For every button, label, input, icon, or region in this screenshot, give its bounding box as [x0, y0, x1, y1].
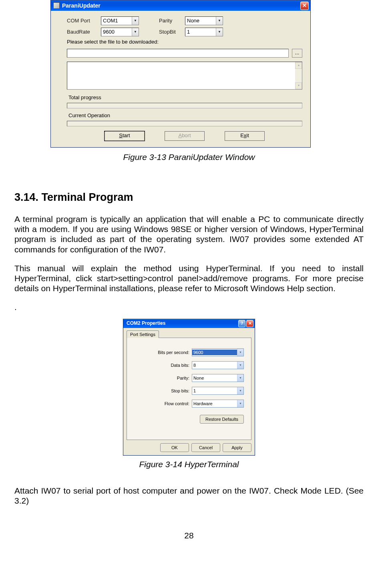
databits-label: Data bits: [171, 362, 189, 368]
exit-button[interactable]: Exit [225, 131, 265, 141]
ok-button[interactable]: OK [160, 443, 189, 452]
current-op-label: Current Operation [68, 112, 302, 119]
databits-select[interactable]: 8 ▼ [192, 361, 244, 369]
scrollbar[interactable]: ▴ ▾ [295, 62, 302, 89]
comport-select[interactable]: COM1 ▼ [101, 16, 139, 25]
section-heading: 3.14. Terminal Program [14, 190, 364, 204]
com2-properties-window: COM2 Properties ? ✕ Port Settings Bits p… [123, 319, 255, 456]
chevron-down-icon[interactable]: ▼ [237, 387, 243, 394]
chevron-down-icon[interactable]: ▼ [237, 362, 243, 369]
stopbits-select[interactable]: 1 ▼ [192, 387, 244, 395]
parity-select-2[interactable]: None ▼ [192, 374, 244, 382]
app-icon [53, 2, 60, 9]
para-2: This manual will explain the method usin… [14, 263, 364, 294]
close-icon[interactable]: ✕ [246, 320, 253, 327]
file-path-input[interactable] [67, 49, 289, 58]
para-1: A terminal program is typically an appli… [14, 214, 364, 254]
com-title: COM2 Properties [127, 320, 165, 327]
apply-button[interactable]: Apply [223, 443, 251, 452]
chevron-down-icon[interactable]: ▼ [237, 400, 243, 407]
chevron-down-icon[interactable]: ▼ [237, 374, 243, 382]
chevron-down-icon[interactable]: ▼ [132, 17, 139, 25]
chevron-down-icon[interactable]: ▼ [237, 349, 243, 356]
browse-button[interactable]: ... [292, 49, 302, 58]
start-button[interactable]: Start [105, 131, 145, 141]
stopbit-label: StopBit [159, 29, 181, 36]
flow-label: Flow control: [165, 401, 189, 406]
parani-updater-window: ParaniUpdater ✕ COM Port COM1 ▼ Parity N… [50, 0, 311, 148]
baudrate-select[interactable]: 9600 ▼ [101, 28, 139, 36]
close-icon[interactable]: ✕ [300, 2, 309, 10]
com-titlebar: COM2 Properties ? ✕ [123, 319, 255, 328]
log-textarea[interactable]: ▴ ▾ [67, 62, 302, 90]
stopbits-label: Stop bits: [171, 388, 189, 394]
chevron-down-icon[interactable]: ▼ [216, 28, 223, 36]
restore-defaults-button[interactable]: Restore Defaults [200, 415, 244, 424]
scroll-up-icon[interactable]: ▴ [295, 62, 302, 69]
window-title: ParaniUpdater [62, 2, 101, 9]
baudrate-label: BaudRate [67, 29, 97, 36]
bps-label: Bits per second: [158, 350, 189, 355]
orphan-dot: . [14, 302, 364, 312]
stopbit-select[interactable]: 1 ▼ [185, 28, 223, 36]
figure-caption-2: Figure 3-14 HyperTerminal [14, 459, 364, 470]
bottom-para: Attach IW07 to serial port of host compu… [14, 486, 364, 506]
parity-label: Parity [159, 18, 181, 24]
titlebar: ParaniUpdater ✕ [51, 0, 310, 11]
scroll-down-icon[interactable]: ▾ [295, 82, 302, 89]
file-prompt: Please select the file to be downloaded: [67, 39, 302, 46]
current-op-bar [67, 121, 302, 126]
tab-panel: Bits per second: 9600 ▼ Data bits: 8 ▼ P… [127, 338, 251, 440]
chevron-down-icon[interactable]: ▼ [216, 17, 223, 25]
page-number: 28 [14, 530, 364, 541]
parity-label-2: Parity: [177, 375, 189, 381]
bps-select[interactable]: 9600 ▼ [192, 348, 244, 356]
total-progress-bar [67, 103, 302, 108]
comport-label: COM Port [67, 18, 97, 24]
tab-port-settings[interactable]: Port Settings [127, 330, 159, 338]
help-icon[interactable]: ? [238, 320, 245, 327]
total-progress-label: Total progress [68, 94, 302, 101]
flow-select[interactable]: Hardware ▼ [192, 400, 244, 408]
abort-button[interactable]: Abort [165, 131, 205, 141]
chevron-down-icon[interactable]: ▼ [132, 28, 139, 36]
cancel-button[interactable]: Cancel [191, 443, 220, 452]
figure-caption-1: Figure 3-13 ParaniUpdater Window [14, 152, 364, 162]
parity-select[interactable]: None ▼ [185, 16, 223, 25]
